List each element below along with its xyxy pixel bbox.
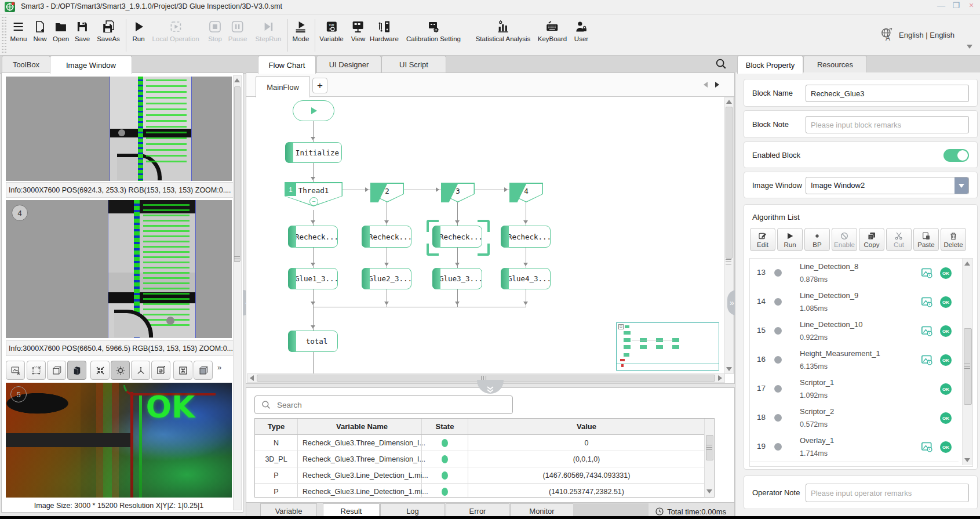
user-button[interactable]: User <box>574 20 588 42</box>
search-input[interactable] <box>276 400 498 410</box>
thread-collapse-icon[interactable]: − <box>309 197 318 206</box>
flow-node-thread2[interactable]: 2 <box>370 183 404 202</box>
col-header-state[interactable]: State <box>422 419 468 434</box>
tab-toolbox[interactable]: ToolBox <box>2 56 50 72</box>
algo-copy-button[interactable]: Copy <box>859 228 884 251</box>
scroll-left-icon[interactable] <box>250 375 254 381</box>
flow-nav-next-icon[interactable] <box>715 82 719 88</box>
scrollbar-handle[interactable] <box>726 107 733 259</box>
saveas-button[interactable]: SaveAs <box>97 20 120 42</box>
result-image-icon[interactable] <box>921 442 933 452</box>
keyboard-button[interactable]: KeyBoard <box>538 20 567 42</box>
algo-enable-button[interactable]: Enable <box>832 228 857 251</box>
tab-ui-script[interactable]: UI Script <box>381 56 446 72</box>
steprun-button[interactable]: StepRun <box>256 20 282 42</box>
table-scrollbar[interactable] <box>704 419 714 497</box>
scroll-down-icon[interactable] <box>726 367 732 371</box>
scroll-up-icon[interactable] <box>234 78 240 82</box>
flow-node-start[interactable] <box>293 100 334 121</box>
table-row[interactable]: 3D_PL Recheck_Glue3.Three_Dimension_I...… <box>255 451 714 467</box>
tool-select-image-button[interactable] <box>6 361 25 380</box>
flow-node-initialize[interactable]: Initialize <box>285 142 342 163</box>
subtab-mainflow[interactable]: MainFlow <box>256 76 310 97</box>
table-row[interactable]: P Recheck_Glue3.Line_Detection_1.mi... (… <box>255 484 714 498</box>
flowchart-minimap[interactable]: ⊡ <box>616 322 719 371</box>
table-row[interactable]: P Recheck_Glue3.Line_Detection_L.mi... (… <box>255 467 714 484</box>
flow-node-glue3[interactable]: Glue3_3... <box>432 268 482 289</box>
tool-solid-cube-button[interactable] <box>67 361 86 380</box>
breakpoint-dot[interactable] <box>774 356 782 364</box>
algo-breakpoint-button[interactable]: BP <box>804 228 830 251</box>
new-button[interactable]: New <box>33 20 47 42</box>
dropdown-button[interactable] <box>955 177 968 194</box>
flow-node-recheck1[interactable]: Recheck... <box>288 226 338 248</box>
algorithm-row[interactable]: 15 Line_Detection_100.922ms OK <box>750 317 959 346</box>
collapse-bottom-panel-handle[interactable] <box>477 380 504 394</box>
save-button[interactable]: Save <box>75 20 90 42</box>
scroll-right-icon[interactable] <box>718 375 722 381</box>
hardware-button[interactable]: Hardware <box>370 20 399 42</box>
result-image-icon[interactable] <box>921 326 933 336</box>
tool-brightness-button[interactable] <box>111 361 130 380</box>
flow-node-glue2[interactable]: Glue2_3... <box>362 268 411 289</box>
view-button[interactable]: View <box>351 20 366 42</box>
algo-delete-button[interactable]: Delete <box>941 228 966 251</box>
maximize-button[interactable]: ❐ <box>949 1 963 12</box>
variable-button[interactable]: var Variable <box>319 20 343 42</box>
image-preview-2[interactable]: 4 <box>6 200 232 338</box>
tools-more-button[interactable]: » <box>217 363 221 372</box>
left-panel-scrollbar[interactable] <box>233 75 242 510</box>
flow-search-icon[interactable] <box>715 57 727 70</box>
block-name-input[interactable] <box>806 85 969 102</box>
language-selector[interactable]: A English | English <box>880 27 955 42</box>
breakpoint-dot[interactable] <box>774 327 782 335</box>
algorithm-list-scrollbar[interactable] <box>962 259 972 465</box>
col-header-name[interactable]: Variable Name <box>298 419 422 434</box>
algo-run-button[interactable]: Run <box>777 228 803 251</box>
minimize-button[interactable]: — <box>934 1 948 12</box>
algorithm-row[interactable]: 19 Overlay_11.714ms OK <box>750 433 959 462</box>
flow-node-recheck2[interactable]: Recheck... <box>362 226 411 248</box>
breakpoint-dot[interactable] <box>774 269 782 277</box>
flow-node-recheck4[interactable]: Recheck... <box>501 226 551 248</box>
breakpoint-dot[interactable] <box>774 385 782 393</box>
add-flow-tab-button[interactable]: + <box>312 78 327 93</box>
tab-flow-chart[interactable]: Flow Chart <box>258 56 316 74</box>
scroll-down-icon[interactable] <box>964 458 970 462</box>
result-image-icon[interactable] <box>921 297 933 307</box>
scroll-up-icon[interactable] <box>726 100 732 104</box>
run-button[interactable]: Run <box>132 20 145 42</box>
col-header-type[interactable]: Type <box>255 419 298 434</box>
scrollbar-handle[interactable] <box>234 86 241 262</box>
tool-expand-fit-button[interactable] <box>173 361 192 380</box>
algorithm-row[interactable]: 13 Line_Detection_80.878ms OK <box>750 259 959 288</box>
enabled-block-toggle[interactable] <box>943 149 969 162</box>
scroll-up-icon[interactable] <box>964 262 970 266</box>
result-image-icon[interactable] <box>921 355 933 365</box>
canvas-vscrollbar[interactable] <box>724 97 734 374</box>
breakpoint-dot[interactable] <box>774 298 782 306</box>
flow-node-recheck3-selected[interactable]: Recheck... <box>432 226 482 248</box>
col-header-value[interactable]: Value <box>468 419 705 434</box>
tool-wireframe-cube-button[interactable] <box>47 361 66 380</box>
algorithm-row[interactable]: 18 Scriptor_20.572ms OK <box>750 404 959 433</box>
flow-nav-prev-icon[interactable] <box>704 82 708 88</box>
local-operation-button[interactable]: Local Operation <box>152 20 199 42</box>
calibration-setting-button[interactable]: Calibration Setting <box>406 20 461 42</box>
stop-button[interactable]: Stop <box>208 20 222 42</box>
variable-search-box[interactable] <box>254 395 513 414</box>
breakpoint-dot[interactable] <box>774 443 782 451</box>
algo-paste-button[interactable]: Paste <box>913 228 939 251</box>
tool-render-sphere-button[interactable] <box>151 361 170 380</box>
mode-button[interactable]: Mode <box>293 20 309 42</box>
flow-node-thread1[interactable]: 1 Thread1 − <box>285 182 343 206</box>
scroll-down-icon[interactable] <box>706 489 712 493</box>
breakpoint-dot[interactable] <box>774 414 782 422</box>
flow-node-total[interactable]: total <box>288 331 338 352</box>
tool-point-cube-button[interactable] <box>27 361 46 380</box>
algo-edit-button[interactable]: Edit <box>750 228 775 251</box>
pause-button[interactable]: Pause <box>228 20 247 42</box>
table-row[interactable]: N Recheck_Glue3.Three_Dimension_I... 0 <box>255 435 714 451</box>
algorithm-row[interactable]: 17 Scriptor_11.092ms OK <box>750 375 959 404</box>
image-window-select[interactable]: Image Window2 <box>806 177 969 194</box>
